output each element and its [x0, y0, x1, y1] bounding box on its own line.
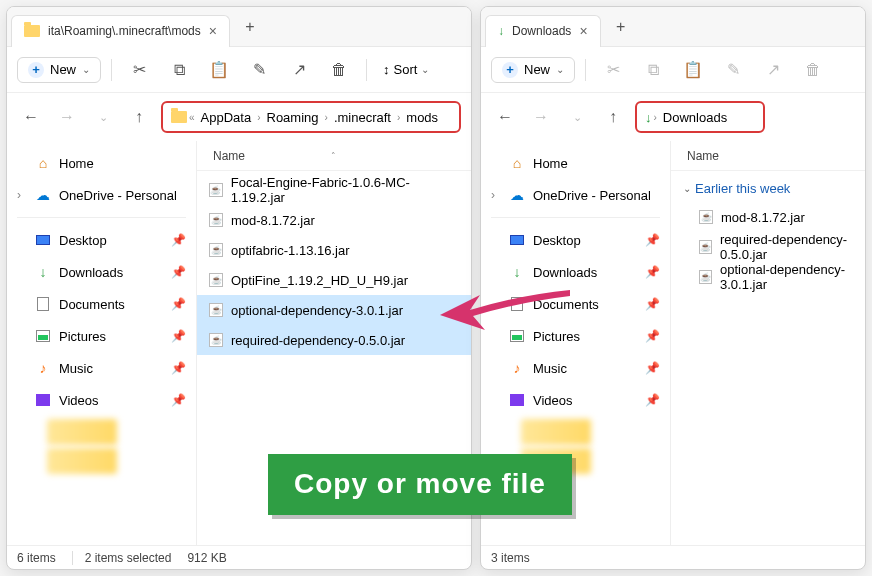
new-tab-button[interactable]: + — [607, 13, 635, 41]
forward-button[interactable]: → — [53, 103, 81, 131]
chevron-right-icon: › — [325, 112, 328, 123]
home-icon: ⌂ — [35, 155, 51, 171]
pin-icon: 📌 — [171, 233, 186, 247]
breadcrumb-segment[interactable]: Downloads — [659, 108, 731, 127]
chevron-down-icon: ⌄ — [683, 183, 691, 194]
sidebar-item-documents[interactable]: Documents📌 — [7, 288, 196, 320]
cut-button[interactable]: ✂ — [122, 54, 156, 86]
sidebar-item-downloads[interactable]: ↓Downloads📌 — [7, 256, 196, 288]
new-label: New — [524, 62, 550, 77]
jar-icon: ☕ — [209, 243, 223, 257]
sidebar-item-home[interactable]: ⌂Home — [481, 147, 670, 179]
breadcrumb-segment[interactable]: Roaming — [263, 108, 323, 127]
sidebar-item-pictures[interactable]: Pictures📌 — [7, 320, 196, 352]
tab-active[interactable]: ita\Roaming\.minecraft\mods × — [11, 15, 230, 47]
delete-button[interactable]: 🗑 — [796, 54, 830, 86]
toolbar: + New ⌄ ✂ ⧉ 📋 ✎ ↗ 🗑 ↕ Sort ⌄ — [7, 47, 471, 93]
close-icon[interactable]: × — [579, 23, 587, 39]
file-row[interactable]: ☕mod-8.1.72.jar — [197, 205, 471, 235]
cut-button[interactable]: ✂ — [596, 54, 630, 86]
new-tab-button[interactable]: + — [236, 13, 264, 41]
separator — [585, 59, 586, 81]
file-row[interactable]: ☕optifabric-1.13.16.jar — [197, 235, 471, 265]
copy-button[interactable]: ⧉ — [636, 54, 670, 86]
annotation-banner: Copy or move file — [268, 454, 572, 515]
copy-button[interactable]: ⧉ — [162, 54, 196, 86]
sort-button[interactable]: ↕ Sort ⌄ — [377, 58, 435, 81]
music-icon: ♪ — [35, 360, 51, 376]
sidebar-item-desktop[interactable]: Desktop📌 — [7, 224, 196, 256]
column-header-name[interactable]: Name˄ — [197, 141, 471, 171]
plus-icon: + — [28, 62, 44, 78]
file-row[interactable]: ☕optional-dependency-3.0.1.jar — [671, 262, 865, 292]
sidebar-item-onedrive[interactable]: ☁OneDrive - Personal — [481, 179, 670, 211]
new-button[interactable]: + New ⌄ — [17, 57, 101, 83]
sidebar-item-downloads[interactable]: ↓Downloads📌 — [481, 256, 670, 288]
sidebar-item-pictures[interactable]: Pictures📌 — [481, 320, 670, 352]
jar-icon: ☕ — [209, 213, 223, 227]
address-bar[interactable]: ↓ › Downloads — [635, 101, 765, 133]
tab-title: ita\Roaming\.minecraft\mods — [48, 24, 201, 38]
chevron-right-icon: › — [654, 112, 657, 123]
recent-chevron-icon[interactable]: ⌄ — [89, 103, 117, 131]
breadcrumb-segment[interactable]: AppData — [197, 108, 256, 127]
bc-prefix: « — [189, 112, 195, 123]
file-list[interactable]: ⌄Earlier this week ☕mod-8.1.72.jar ☕requ… — [671, 171, 865, 545]
new-button[interactable]: + New ⌄ — [491, 57, 575, 83]
breadcrumb-segment[interactable]: mods — [402, 108, 442, 127]
column-header-name[interactable]: Name — [671, 141, 865, 171]
share-button[interactable]: ↗ — [282, 54, 316, 86]
jar-icon: ☕ — [209, 183, 223, 197]
sidebar-item-blurred — [521, 419, 591, 445]
videos-icon — [509, 392, 525, 408]
forward-button[interactable]: → — [527, 103, 555, 131]
rename-button[interactable]: ✎ — [242, 54, 276, 86]
titlebar: ↓ Downloads × + — [481, 7, 865, 47]
nav-row: ← → ⌄ ↑ ↓ › Downloads — [481, 93, 865, 141]
delete-button[interactable]: 🗑 — [322, 54, 356, 86]
download-icon: ↓ — [509, 264, 525, 280]
separator — [111, 59, 112, 81]
paste-button[interactable]: 📋 — [676, 54, 710, 86]
file-row[interactable]: ☕required-dependency-0.5.0.jar — [671, 232, 865, 262]
sidebar-item-home[interactable]: ⌂Home — [7, 147, 196, 179]
sidebar-item-videos[interactable]: Videos📌 — [7, 384, 196, 416]
sidebar-item-onedrive[interactable]: ☁OneDrive - Personal — [7, 179, 196, 211]
share-button[interactable]: ↗ — [756, 54, 790, 86]
up-button[interactable]: ↑ — [599, 103, 627, 131]
jar-icon: ☕ — [209, 273, 223, 287]
close-icon[interactable]: × — [209, 23, 217, 39]
sidebar-item-music[interactable]: ♪Music📌 — [481, 352, 670, 384]
sidebar-item-desktop[interactable]: Desktop📌 — [481, 224, 670, 256]
file-row[interactable]: ☕OptiFine_1.19.2_HD_U_H9.jar — [197, 265, 471, 295]
file-row-selected[interactable]: ☕required-dependency-0.5.0.jar — [197, 325, 471, 355]
tab-active[interactable]: ↓ Downloads × — [485, 15, 601, 47]
file-row[interactable]: ☕Focal-Engine-Fabric-1.0.6-MC-1.19.2.jar — [197, 175, 471, 205]
document-icon — [509, 296, 525, 312]
videos-icon — [35, 392, 51, 408]
address-bar[interactable]: « AppData › Roaming › .minecraft › mods — [161, 101, 461, 133]
back-button[interactable]: ← — [491, 103, 519, 131]
pin-icon: 📌 — [645, 361, 660, 375]
sidebar-item-videos[interactable]: Videos📌 — [481, 384, 670, 416]
status-bar: 3 items — [481, 545, 865, 569]
group-header[interactable]: ⌄Earlier this week — [671, 175, 865, 202]
up-button[interactable]: ↑ — [125, 103, 153, 131]
recent-chevron-icon[interactable]: ⌄ — [563, 103, 591, 131]
nav-row: ← → ⌄ ↑ « AppData › Roaming › .minecraft… — [7, 93, 471, 141]
paste-button[interactable]: 📋 — [202, 54, 236, 86]
back-button[interactable]: ← — [17, 103, 45, 131]
sidebar-item-documents[interactable]: Documents📌 — [481, 288, 670, 320]
file-row-selected[interactable]: ☕optional-dependency-3.0.1.jar — [197, 295, 471, 325]
chevron-down-icon: ⌄ — [82, 64, 90, 75]
sidebar-item-music[interactable]: ♪Music📌 — [7, 352, 196, 384]
status-selected: 2 items selected — [72, 551, 172, 565]
rename-button[interactable]: ✎ — [716, 54, 750, 86]
breadcrumb-segment[interactable]: .minecraft — [330, 108, 395, 127]
pictures-icon — [35, 328, 51, 344]
file-row[interactable]: ☕mod-8.1.72.jar — [671, 202, 865, 232]
chevron-down-icon: ⌄ — [421, 64, 429, 75]
sort-icon: ↕ — [383, 62, 390, 77]
new-label: New — [50, 62, 76, 77]
folder-icon — [24, 25, 40, 37]
